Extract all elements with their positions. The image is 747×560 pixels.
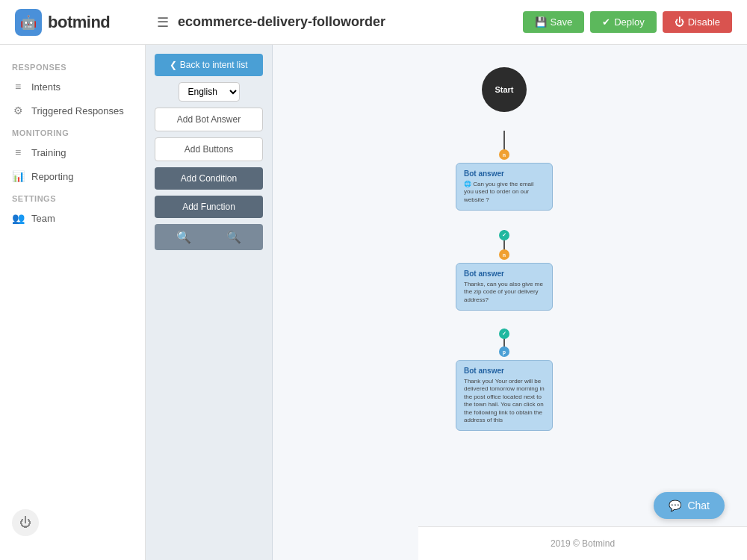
bot-answer-text-3: Thank you! Your order will be delivered … [464, 378, 545, 424]
sidebar-section-settings: Settings [0, 188, 145, 206]
sidebar-item-team[interactable]: 👥 Team [0, 206, 145, 230]
sidebar-item-intents[interactable]: ≡ Intents [0, 75, 145, 99]
save-button[interactable]: 💾 Save [523, 11, 585, 33]
chat-button[interactable]: 💬 Chat [654, 492, 725, 519]
zoom-controls: 🔍 🔍 [155, 224, 263, 250]
sidebar-bottom: ⏻ [0, 497, 145, 548]
start-node-label: Start [482, 67, 527, 112]
header-buttons: 💾 Save ✔ Deploy ⏻ Disable [523, 11, 732, 33]
sidebar-section-responses: Responses [0, 57, 145, 75]
dot-n2: n [499, 249, 509, 260]
reporting-icon: 📊 [12, 170, 24, 182]
page-title: ecommerce-delivery-followorder [178, 14, 385, 30]
flow-wrapper: Start n Bot answer 🌐 Can you give the em… [273, 45, 747, 526]
bot-answer-title-3: Bot answer [464, 367, 545, 375]
start-node: Start [482, 67, 527, 112]
bot-answer-node-2[interactable]: Bot answer Thanks, can you also give me … [456, 263, 553, 311]
power-button[interactable]: ⏻ [12, 509, 39, 536]
bot-answer-node-3[interactable]: Bot answer Thank you! Your order will be… [456, 360, 553, 431]
action-panel: ❮ Back to intent list English French Spa… [146, 45, 273, 560]
language-select[interactable]: English French Spanish [179, 82, 240, 102]
deploy-button[interactable]: ✔ Deploy [590, 11, 656, 33]
disable-icon: ⏻ [675, 16, 684, 28]
main-layout: Responses ≡ Intents ⚙ Triggered Response… [0, 45, 747, 560]
add-buttons-button[interactable]: Add Buttons [155, 137, 263, 161]
footer: 2019 © Botmind [418, 526, 747, 560]
chat-icon: 💬 [669, 500, 681, 511]
hamburger-icon[interactable]: ☰ [157, 14, 169, 31]
flow-canvas: Start n Bot answer 🌐 Can you give the em… [273, 45, 747, 560]
copyright-text: 2019 © Botmind [551, 538, 615, 549]
sidebar-section-monitoring: Monitoring [0, 122, 145, 140]
bot-answer-title-2: Bot answer [464, 270, 545, 278]
back-to-intent-list-button[interactable]: ❮ Back to intent list [155, 54, 263, 76]
logo-area: 🤖 botmind [15, 9, 149, 36]
sidebar-item-triggered-responses[interactable]: ⚙ Triggered Responses [0, 99, 145, 122]
triggered-responses-icon: ⚙ [12, 105, 24, 116]
header: 🤖 botmind ☰ ecommerce-delivery-followord… [0, 0, 747, 45]
dot-p: p [499, 346, 509, 357]
bot-answer-title-1: Bot answer [464, 169, 545, 178]
disable-button[interactable]: ⏻ Disable [663, 11, 732, 33]
sidebar: Responses ≡ Intents ⚙ Triggered Response… [0, 45, 146, 560]
language-selector-wrapper: English French Spanish [155, 82, 263, 102]
intents-icon: ≡ [12, 81, 24, 93]
logo-icon: 🤖 [15, 9, 42, 36]
add-bot-answer-button[interactable]: Add Bot Answer [155, 108, 263, 131]
logo-text: botmind [48, 13, 110, 32]
sidebar-content: Responses ≡ Intents ⚙ Triggered Response… [0, 57, 145, 230]
deploy-icon: ✔ [602, 16, 610, 28]
training-icon: ≡ [12, 146, 24, 158]
bot-answer-text-1: 🌐 Can you give the email you used to ord… [464, 181, 545, 204]
zoom-in-button[interactable]: 🔍 [170, 228, 197, 246]
dot-teal-2: ✓ [499, 329, 509, 339]
sidebar-item-training[interactable]: ≡ Training [0, 140, 145, 164]
sidebar-item-reporting[interactable]: 📊 Reporting [0, 164, 145, 188]
bot-answer-node-1[interactable]: Bot answer 🌐 Can you give the email you … [456, 163, 553, 211]
add-function-button[interactable]: Add Function [155, 196, 263, 218]
dot-n1: n [499, 149, 509, 160]
bot-answer-text-2: Thanks, can you also give me the zip cod… [464, 281, 545, 304]
team-icon: 👥 [12, 212, 24, 224]
zoom-out-button[interactable]: 🔍 [220, 228, 247, 246]
page-title-area: ☰ ecommerce-delivery-followorder [149, 14, 523, 31]
dot-teal-1: ✓ [499, 230, 509, 240]
save-icon: 💾 [535, 16, 547, 28]
add-condition-button[interactable]: Add Condition [155, 167, 263, 190]
